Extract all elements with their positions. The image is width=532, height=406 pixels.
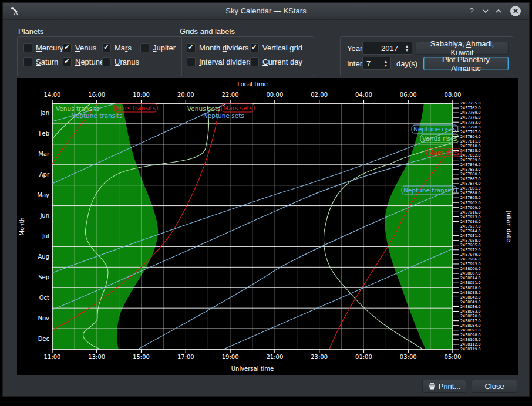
year-spinner[interactable]: 2017 ▲▼ (362, 42, 412, 55)
month-label: Nov (38, 315, 49, 322)
spin-down-icon[interactable]: ▼ (384, 63, 388, 67)
julian-tick-label: 2457811.0 (460, 139, 481, 144)
bottom-tick-label: 23:00 (311, 354, 328, 360)
julian-date-axis-title: Julian date (506, 210, 512, 242)
neptune-checkbox-box[interactable] (63, 57, 72, 66)
printer-icon (428, 383, 436, 390)
venus-label: Venus (75, 43, 96, 52)
julian-tick-label: 2457790.0 (460, 125, 481, 130)
checkbox-current-day[interactable]: Current day (250, 57, 302, 66)
close-button-label: Close (484, 382, 504, 391)
neptune-curve-label: Neptune transits (71, 112, 123, 119)
julian-tick-label: 2457776.0 (460, 115, 481, 120)
spin-up-icon[interactable]: ▲ (405, 44, 409, 48)
julian-tick-label: 2457895.0 (460, 195, 481, 200)
window-close-button[interactable]: ✕ (510, 6, 521, 16)
grids-groupbox (179, 36, 314, 76)
bottom-tick-label: 05:00 (445, 354, 462, 360)
julian-tick-label: 2458028.0 (460, 286, 481, 290)
help-button[interactable]: ? (466, 5, 477, 17)
bottom-tick-label: 11:00 (44, 354, 61, 360)
julian-tick-label: 2457916.0 (460, 210, 481, 215)
checkbox-saturn[interactable]: Saturn (23, 57, 58, 66)
window-titlebar[interactable]: Sky Calendar — KStars ? ✕ (3, 3, 529, 20)
julian-tick-label: 2458042.0 (460, 295, 481, 300)
saturn-checkbox-box[interactable] (23, 57, 32, 66)
interval-dividers-checkbox-box[interactable] (187, 57, 196, 66)
plot-almanac-button-label: Plot Planetary Almanac (427, 55, 504, 73)
close-button[interactable]: Close (472, 380, 517, 393)
universal-time-axis-title: Universal time (231, 366, 274, 372)
checkbox-mars[interactable]: Mars (102, 43, 132, 52)
bottom-tick-label: 21:00 (266, 354, 283, 360)
month-label: Sep (38, 274, 49, 280)
julian-tick-label: 2458063.0 (460, 309, 481, 314)
window-shade-up-button[interactable] (493, 5, 504, 17)
interval-value: 7 (363, 59, 381, 68)
julian-tick-label: 2457979.0 (460, 252, 481, 257)
julian-tick-label: 2457965.0 (460, 243, 481, 248)
mars-curve-label: Mars sets (223, 104, 252, 111)
interval-spinner-arrows[interactable]: ▲▼ (381, 57, 390, 69)
vertical-grid-checkbox-box[interactable] (250, 43, 259, 52)
bottom-tick-label: 17:00 (177, 354, 194, 360)
checkbox-month-dividers[interactable]: Month dividers (187, 43, 249, 52)
checkbox-mercury[interactable]: Mercury (23, 43, 63, 52)
julian-tick-label: 2458119.0 (460, 347, 481, 351)
checkbox-vertical-grid[interactable]: Vertical grid (250, 43, 302, 52)
chevron-up-icon (495, 9, 502, 13)
venus-curve-label: Venus rises (422, 135, 457, 142)
grids-group-label: Grids and labels (180, 27, 235, 36)
julian-tick-label: 2457769.0 (460, 110, 481, 115)
venus-curve-label: Venus sets (187, 105, 220, 112)
top-tick-label: 22:00 (222, 92, 239, 98)
interval-spinner[interactable]: 7 ▲▼ (362, 57, 391, 70)
checkbox-interval-dividers[interactable]: Interval dividers (187, 57, 252, 66)
plot-almanac-button[interactable]: Plot Planetary Almanac (423, 57, 509, 70)
spin-down-icon[interactable]: ▼ (405, 48, 409, 52)
month-label: Dec (38, 336, 49, 342)
mercury-checkbox-box[interactable] (23, 43, 32, 52)
location-button[interactable]: Sabahiya, Ahmadi, Kuwait (416, 42, 509, 55)
julian-tick-label: 2458070.0 (460, 314, 481, 319)
venus-checkbox-box[interactable] (63, 43, 72, 52)
julian-tick-label: 2457881.0 (460, 186, 481, 191)
julian-tick-label: 2457853.0 (460, 167, 481, 172)
mars-checkbox-box[interactable] (102, 43, 111, 52)
julian-tick-label: 2457972.0 (460, 248, 481, 252)
current-day-checkbox-box[interactable] (250, 57, 259, 66)
year-spinner-arrows[interactable]: ▲▼ (402, 42, 412, 54)
current-day-label: Current day (262, 57, 302, 66)
print-button[interactable]: Print... (422, 380, 466, 393)
julian-tick-label: 2458084.0 (460, 323, 481, 328)
saturn-label: Saturn (36, 57, 58, 66)
julian-tick-label: 2457797.0 (460, 130, 481, 134)
checkbox-uranus[interactable]: Uranus (102, 57, 139, 66)
sky-calendar-dialog: Sky Calendar — KStars ? ✕ Planets Mercur… (2, 2, 530, 397)
neptune-curve-label: Neptune transits (403, 187, 455, 194)
month-dividers-checkbox-box[interactable] (187, 43, 196, 52)
uranus-checkbox-box[interactable] (102, 57, 111, 66)
bottom-tick-label: 15:00 (133, 354, 150, 360)
julian-tick-label: 2457762.0 (460, 106, 481, 110)
julian-tick-label: 2457958.0 (460, 238, 481, 243)
top-tick-label: 02:00 (311, 92, 328, 98)
julian-tick-label: 2458056.0 (460, 304, 481, 309)
jupiter-checkbox-box[interactable] (140, 43, 149, 52)
julian-tick-label: 2458049.0 (460, 300, 481, 304)
julian-tick-label: 2457804.0 (460, 134, 481, 139)
julian-tick-label: 2457902.0 (460, 201, 481, 205)
checkbox-jupiter[interactable]: Jupiter (140, 43, 176, 52)
window-shade-down-button[interactable] (480, 5, 491, 17)
julian-tick-label: 2457951.0 (460, 234, 481, 238)
julian-tick-label: 2458021.0 (460, 280, 481, 285)
checkbox-neptune[interactable]: Neptune (63, 57, 104, 66)
julian-tick-label: 2457930.0 (460, 219, 481, 224)
checkbox-venus[interactable]: Venus (63, 43, 96, 52)
top-tick-label: 00:00 (266, 92, 283, 98)
julian-tick-label: 2458098.0 (460, 333, 481, 337)
local-time-axis-title: Local time (237, 81, 268, 87)
julian-tick-label: 2458105.0 (460, 337, 481, 342)
mercury-label: Mercury (36, 43, 63, 52)
spin-up-icon[interactable]: ▲ (384, 59, 388, 63)
